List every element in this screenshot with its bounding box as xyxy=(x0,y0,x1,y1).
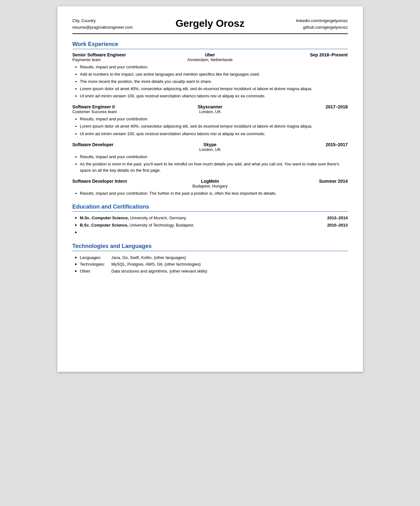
tech-item-languages: Languages: Java, Go, Swift, Kotlin, {oth… xyxy=(80,254,348,261)
job-subrow-logmein: Budapest, Hungary xyxy=(72,184,348,188)
job-header-skyscanner: Software Engineer II Skyscanner 2017–201… xyxy=(72,104,348,109)
tech-label-technologies: Technologies: xyxy=(80,261,112,267)
job-bullets-logmein: Results, impact and your contribution. T… xyxy=(72,190,348,197)
header-city: City, Country xyxy=(72,18,176,24)
job-company-logmein: LogMeIn xyxy=(164,179,256,184)
job-title-skype: Software Developer xyxy=(72,142,164,147)
edu-item-bsc-text: B.Sc. Computer Science, University of Te… xyxy=(80,222,322,229)
resume-page: City, Country resume@pragmaticengineer.c… xyxy=(57,6,363,372)
edu-bsc-year: 2010–2013 xyxy=(322,222,348,229)
list-item xyxy=(80,229,348,236)
job-entry-skyscanner: Software Engineer II Skyscanner 2017–201… xyxy=(72,104,348,137)
job-location-logmein: Budapest, Hungary xyxy=(164,184,256,188)
job-header-uber: Senior Software Engineer Uber Sep 2018–P… xyxy=(72,52,348,57)
header-linkedin: linkedin.com/in/gergelyorosz xyxy=(245,18,348,24)
list-item: Technologies: MySQL, Postgres, AWS, Git,… xyxy=(80,261,348,267)
job-location-uber: Amsterdam, Netherlands xyxy=(164,57,256,62)
header-right: linkedin.com/in/gergelyorosz github.com/… xyxy=(245,18,348,31)
education-divider xyxy=(72,211,348,212)
list-item: Lorem ipsum dolor sit amet 40%, consecte… xyxy=(80,123,348,129)
education-title: Education and Certifications xyxy=(72,204,348,210)
list-item: Other: Data structures and algorithms, {… xyxy=(80,268,348,274)
job-company-uber: Uber xyxy=(164,52,256,57)
header-github: github.com/gergelyorosz xyxy=(245,24,348,31)
header-left: City, Country resume@pragmaticengineer.c… xyxy=(72,18,176,31)
tech-label-other: Other: xyxy=(80,268,112,274)
list-item: Ut enim ad minim veniam 100, quis nostru… xyxy=(80,131,348,137)
edu-msc-bold: M.Sc. Computer Science, xyxy=(80,216,129,220)
technologies-title: Technologies and Languages xyxy=(72,243,348,250)
edu-bsc-bold: B.Sc. Computer Science, xyxy=(80,223,129,227)
list-item: B.Sc. Computer Science, University of Te… xyxy=(80,222,348,229)
job-team-uber: Payments team xyxy=(72,57,164,62)
job-team-skyscanner: Customer Success team xyxy=(72,109,164,114)
job-title-uber: Senior Software Engineer xyxy=(72,52,164,57)
job-bullets-skyscanner: Results, impact and your contribution Lo… xyxy=(72,116,348,137)
education-list: M.Sc. Computer Science, University of Mu… xyxy=(72,215,348,236)
edu-item-bsc: B.Sc. Computer Science, University of Te… xyxy=(80,222,348,229)
list-item: Results, impact and your contribution xyxy=(80,154,348,160)
job-dates-skype: 2015–2017 xyxy=(256,142,348,147)
tech-item-technologies: Technologies: MySQL, Postgres, AWS, Git,… xyxy=(80,261,348,267)
header: City, Country resume@pragmaticengineer.c… xyxy=(72,18,348,34)
job-header-skype: Software Developer Skype 2015–2017 xyxy=(72,142,348,147)
technologies-section: Technologies and Languages Languages: Ja… xyxy=(72,243,348,274)
list-item: As the position is more in the past, you… xyxy=(80,161,348,174)
header-email: resume@pragmaticengineer.com xyxy=(72,24,176,31)
tech-value-technologies: MySQL, Postgres, AWS, Git, {other techno… xyxy=(112,261,201,267)
tech-value-other: Data structures and algorithms, {other r… xyxy=(112,268,207,274)
tech-label-languages: Languages: xyxy=(80,254,112,261)
list-item: The more recent the position, the more d… xyxy=(80,78,348,85)
list-item: Results, impact and your contribution. T… xyxy=(80,190,348,197)
edu-bsc-normal: University of Technology, Budapest. xyxy=(129,223,194,227)
edu-item-empty xyxy=(80,229,348,236)
edu-msc-normal: University of Munich, Germany. xyxy=(130,216,187,220)
header-name: Gergely Orosz xyxy=(175,18,245,29)
edu-item-msc: M.Sc. Computer Science, University of Mu… xyxy=(80,215,348,221)
work-experience-section: Work Experience Senior Software Engineer… xyxy=(72,41,348,197)
education-section: Education and Certifications M.Sc. Compu… xyxy=(72,204,348,236)
job-dates-logmein: Summer 2014 xyxy=(256,179,348,184)
technologies-list: Languages: Java, Go, Swift, Kotlin, {oth… xyxy=(72,254,348,274)
list-item: Lorem ipsum dolor sit amet 40%, consecte… xyxy=(80,86,348,92)
list-item: Results, impact and your contribution. xyxy=(80,64,348,70)
job-bullets-skype: Results, impact and your contribution As… xyxy=(72,154,348,174)
job-location-skyscanner: London, UK xyxy=(164,109,256,114)
tech-value-languages: Java, Go, Swift, Kotlin, {other language… xyxy=(112,254,186,261)
work-experience-divider xyxy=(72,49,348,49)
job-header-logmein: Software Developer Intern LogMeIn Summer… xyxy=(72,179,348,184)
job-entry-skype: Software Developer Skype 2015–2017 Londo… xyxy=(72,142,348,174)
tech-item-other: Other: Data structures and algorithms, {… xyxy=(80,268,348,274)
job-subrow-uber: Payments team Amsterdam, Netherlands xyxy=(72,57,348,62)
list-item: Add at numbers to the impact, use active… xyxy=(80,71,348,78)
job-company-skype: Skype xyxy=(164,142,256,147)
work-experience-title: Work Experience xyxy=(72,41,348,48)
edu-msc-year: 2013–2014 xyxy=(322,215,348,221)
edu-item-msc-text: M.Sc. Computer Science, University of Mu… xyxy=(80,215,322,221)
job-entry-uber: Senior Software Engineer Uber Sep 2018–P… xyxy=(72,52,348,100)
job-title-skyscanner: Software Engineer II xyxy=(72,104,164,109)
job-entry-logmein: Software Developer Intern LogMeIn Summer… xyxy=(72,179,348,197)
job-subrow-skyscanner: Customer Success team London, UK xyxy=(72,109,348,114)
list-item: M.Sc. Computer Science, University of Mu… xyxy=(80,215,348,221)
list-item: Ut enim ad minim veniam 100, quis nostru… xyxy=(80,93,348,99)
job-dates-skyscanner: 2017–2018 xyxy=(256,104,348,109)
job-subrow-skype: London, UK xyxy=(72,147,348,152)
list-item: Results, impact and your contribution xyxy=(80,116,348,122)
job-company-skyscanner: Skyscanner xyxy=(164,104,256,109)
technologies-divider xyxy=(72,251,348,251)
job-bullets-uber: Results, impact and your contribution. A… xyxy=(72,64,348,100)
job-title-logmein: Software Developer Intern xyxy=(72,179,164,184)
job-dates-uber: Sep 2018–Present xyxy=(256,52,348,57)
list-item: Languages: Java, Go, Swift, Kotlin, {oth… xyxy=(80,254,348,261)
job-location-skype: London, UK xyxy=(164,147,256,152)
